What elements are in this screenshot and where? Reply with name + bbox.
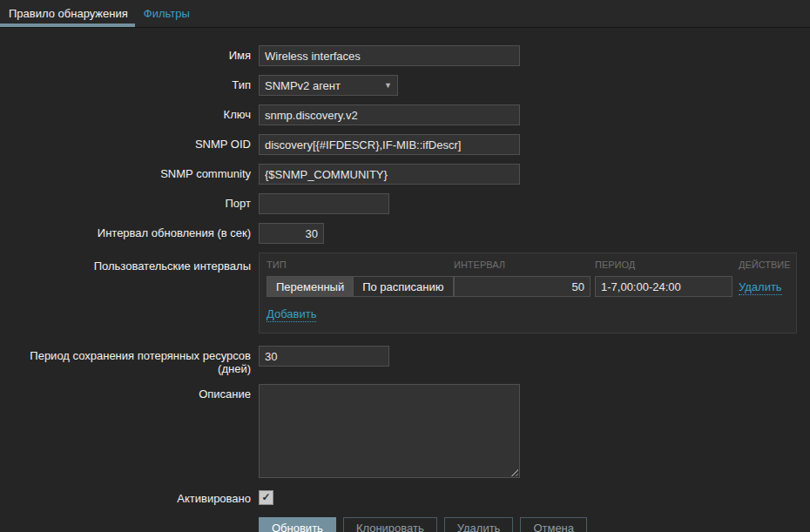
action-cell: Удалить [739, 280, 789, 293]
chevron-down-icon: ▼ [384, 82, 392, 90]
add-interval-row: Добавить [267, 307, 789, 320]
type-select-value: SNMPv2 агент [265, 78, 341, 92]
key-label: Ключ [0, 104, 251, 121]
interval-type-flexible-label: Переменный [276, 280, 344, 293]
row-description: Описание [0, 384, 810, 478]
period-input[interactable] [595, 276, 732, 297]
description-textarea[interactable] [259, 384, 520, 478]
textarea-resize-handle-icon[interactable] [510, 468, 518, 476]
row-port: Порт [0, 193, 810, 214]
custom-intervals-panel: ТИП ИНТЕРВАЛ ПЕРИОД ДЕЙСТВИЕ Переменный … [259, 253, 797, 333]
custom-intervals-header: ТИП ИНТЕРВАЛ ПЕРИОД ДЕЙСТВИЕ [267, 259, 789, 270]
tab-discovery-rule-label: Правило обнаружения [9, 7, 128, 20]
add-interval-link[interactable]: Добавить [267, 307, 316, 322]
lost-resources-input[interactable] [259, 346, 389, 367]
row-lost-resources: Период сохранения потерянных ресурсов (д… [0, 346, 810, 375]
row-snmp-community: SNMP community [0, 164, 810, 185]
custom-interval-row: Переменный По расписанию [267, 276, 789, 297]
row-enabled: Активировано ✓ [0, 488, 810, 505]
interval-cell [454, 276, 595, 297]
row-key: Ключ [0, 104, 810, 125]
tabbar: Правило обнаружения Фильтры [0, 0, 810, 28]
enabled-checkbox[interactable]: ✓ [259, 490, 273, 505]
enabled-label: Активировано [0, 488, 251, 505]
form-footer-buttons: Обновить Клонировать Удалить Отмена [259, 517, 810, 532]
update-interval-label: Интервал обновления (в сек) [0, 223, 251, 239]
name-label: Имя [0, 45, 251, 62]
discovery-rule-form: Имя Тип SNMPv2 агент ▼ Ключ SNMP OID SNM… [0, 28, 810, 532]
port-label: Порт [0, 193, 251, 210]
description-textarea-wrapper [259, 384, 520, 478]
column-header-interval: ИНТЕРВАЛ [454, 259, 595, 270]
delete-button[interactable]: Удалить [444, 517, 514, 532]
interval-type-scheduling-button[interactable]: По расписанию [353, 277, 452, 296]
cancel-button[interactable]: Отмена [520, 517, 587, 532]
lost-resources-label: Период сохранения потерянных ресурсов (д… [0, 346, 251, 375]
period-cell [595, 276, 739, 297]
custom-intervals-label: Пользовательские интервалы [0, 253, 251, 273]
port-input[interactable] [259, 193, 389, 214]
column-header-action: ДЕЙСТВИЕ [739, 259, 791, 270]
type-label: Тип [0, 75, 251, 91]
type-select[interactable]: SNMPv2 агент ▼ [259, 75, 398, 96]
snmp-community-input[interactable] [259, 164, 520, 185]
discovery-rule-form-page: Правило обнаружения Фильтры Имя Тип SNMP… [0, 0, 810, 532]
interval-type-flexible-button[interactable]: Переменный [267, 277, 353, 296]
name-input[interactable] [259, 45, 520, 66]
snmp-oid-input[interactable] [259, 134, 520, 155]
interval-value-input[interactable] [454, 276, 591, 297]
interval-type-cell: Переменный По расписанию [267, 276, 454, 297]
row-snmp-oid: SNMP OID [0, 134, 810, 155]
tab-filters[interactable]: Фильтры [135, 0, 197, 27]
tab-filters-label: Фильтры [144, 7, 190, 20]
row-custom-intervals: Пользовательские интервалы ТИП ИНТЕРВАЛ … [0, 253, 810, 333]
row-name: Имя [0, 45, 810, 66]
snmp-community-label: SNMP community [0, 164, 251, 180]
tab-discovery-rule[interactable]: Правило обнаружения [0, 0, 135, 27]
row-update-interval: Интервал обновления (в сек) [0, 223, 810, 244]
interval-type-toggle: Переменный По расписанию [267, 276, 454, 297]
remove-interval-link[interactable]: Удалить [739, 280, 782, 295]
snmp-oid-label: SNMP OID [0, 134, 251, 151]
update-interval-input[interactable] [259, 223, 324, 244]
column-header-type: ТИП [267, 259, 454, 270]
key-input[interactable] [259, 104, 520, 125]
update-button[interactable]: Обновить [259, 517, 336, 532]
clone-button[interactable]: Клонировать [343, 517, 437, 532]
row-type: Тип SNMPv2 агент ▼ [0, 75, 810, 96]
column-header-period: ПЕРИОД [595, 259, 739, 270]
interval-type-scheduling-label: По расписанию [362, 280, 443, 293]
description-label: Описание [0, 384, 251, 401]
